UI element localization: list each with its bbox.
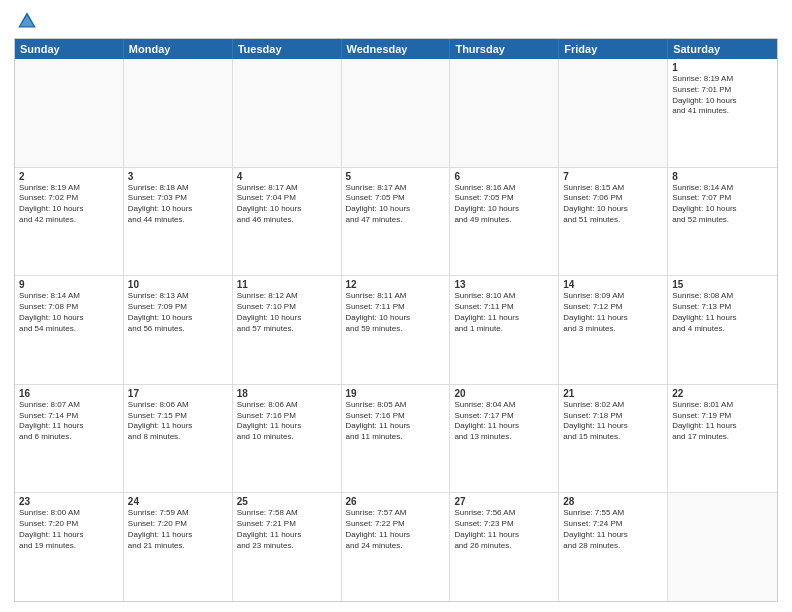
day-info: Sunrise: 8:07 AM Sunset: 7:14 PM Dayligh… (19, 400, 119, 443)
weekday-header: Wednesday (342, 39, 451, 59)
calendar-cell (124, 59, 233, 167)
calendar-cell: 10Sunrise: 8:13 AM Sunset: 7:09 PM Dayli… (124, 276, 233, 384)
calendar-cell: 2Sunrise: 8:19 AM Sunset: 7:02 PM Daylig… (15, 168, 124, 276)
logo-icon (16, 10, 38, 32)
calendar-cell: 20Sunrise: 8:04 AM Sunset: 7:17 PM Dayli… (450, 385, 559, 493)
day-info: Sunrise: 8:17 AM Sunset: 7:05 PM Dayligh… (346, 183, 446, 226)
day-info: Sunrise: 8:00 AM Sunset: 7:20 PM Dayligh… (19, 508, 119, 551)
calendar-cell: 24Sunrise: 7:59 AM Sunset: 7:20 PM Dayli… (124, 493, 233, 601)
day-number: 27 (454, 496, 554, 507)
day-number: 12 (346, 279, 446, 290)
day-number: 11 (237, 279, 337, 290)
day-number: 28 (563, 496, 663, 507)
day-number: 26 (346, 496, 446, 507)
calendar-row: 1Sunrise: 8:19 AM Sunset: 7:01 PM Daylig… (15, 59, 777, 168)
day-info: Sunrise: 8:06 AM Sunset: 7:16 PM Dayligh… (237, 400, 337, 443)
weekday-header: Sunday (15, 39, 124, 59)
page: SundayMondayTuesdayWednesdayThursdayFrid… (0, 0, 792, 612)
day-info: Sunrise: 8:10 AM Sunset: 7:11 PM Dayligh… (454, 291, 554, 334)
calendar-cell: 12Sunrise: 8:11 AM Sunset: 7:11 PM Dayli… (342, 276, 451, 384)
calendar-cell: 5Sunrise: 8:17 AM Sunset: 7:05 PM Daylig… (342, 168, 451, 276)
calendar-cell: 9Sunrise: 8:14 AM Sunset: 7:08 PM Daylig… (15, 276, 124, 384)
day-number: 20 (454, 388, 554, 399)
calendar-cell: 1Sunrise: 8:19 AM Sunset: 7:01 PM Daylig… (668, 59, 777, 167)
calendar-cell: 26Sunrise: 7:57 AM Sunset: 7:22 PM Dayli… (342, 493, 451, 601)
calendar-cell: 17Sunrise: 8:06 AM Sunset: 7:15 PM Dayli… (124, 385, 233, 493)
day-number: 21 (563, 388, 663, 399)
calendar-cell: 8Sunrise: 8:14 AM Sunset: 7:07 PM Daylig… (668, 168, 777, 276)
weekday-header: Monday (124, 39, 233, 59)
calendar-cell: 25Sunrise: 7:58 AM Sunset: 7:21 PM Dayli… (233, 493, 342, 601)
calendar-cell: 15Sunrise: 8:08 AM Sunset: 7:13 PM Dayli… (668, 276, 777, 384)
day-number: 4 (237, 171, 337, 182)
day-number: 3 (128, 171, 228, 182)
day-number: 17 (128, 388, 228, 399)
calendar-cell: 4Sunrise: 8:17 AM Sunset: 7:04 PM Daylig… (233, 168, 342, 276)
day-info: Sunrise: 8:19 AM Sunset: 7:02 PM Dayligh… (19, 183, 119, 226)
weekday-header: Saturday (668, 39, 777, 59)
day-info: Sunrise: 8:12 AM Sunset: 7:10 PM Dayligh… (237, 291, 337, 334)
weekday-header: Thursday (450, 39, 559, 59)
calendar-cell: 13Sunrise: 8:10 AM Sunset: 7:11 PM Dayli… (450, 276, 559, 384)
day-info: Sunrise: 8:15 AM Sunset: 7:06 PM Dayligh… (563, 183, 663, 226)
day-number: 2 (19, 171, 119, 182)
calendar-row: 16Sunrise: 8:07 AM Sunset: 7:14 PM Dayli… (15, 385, 777, 494)
weekday-header: Friday (559, 39, 668, 59)
day-number: 19 (346, 388, 446, 399)
calendar-cell: 6Sunrise: 8:16 AM Sunset: 7:05 PM Daylig… (450, 168, 559, 276)
day-number: 13 (454, 279, 554, 290)
calendar-cell (342, 59, 451, 167)
day-number: 5 (346, 171, 446, 182)
calendar-cell: 18Sunrise: 8:06 AM Sunset: 7:16 PM Dayli… (233, 385, 342, 493)
day-number: 9 (19, 279, 119, 290)
day-info: Sunrise: 8:09 AM Sunset: 7:12 PM Dayligh… (563, 291, 663, 334)
day-number: 22 (672, 388, 773, 399)
calendar-cell: 19Sunrise: 8:05 AM Sunset: 7:16 PM Dayli… (342, 385, 451, 493)
logo (14, 10, 38, 32)
day-info: Sunrise: 8:11 AM Sunset: 7:11 PM Dayligh… (346, 291, 446, 334)
weekday-header: Tuesday (233, 39, 342, 59)
calendar-cell: 28Sunrise: 7:55 AM Sunset: 7:24 PM Dayli… (559, 493, 668, 601)
day-info: Sunrise: 7:55 AM Sunset: 7:24 PM Dayligh… (563, 508, 663, 551)
calendar-cell: 11Sunrise: 8:12 AM Sunset: 7:10 PM Dayli… (233, 276, 342, 384)
day-number: 25 (237, 496, 337, 507)
day-number: 7 (563, 171, 663, 182)
day-info: Sunrise: 8:18 AM Sunset: 7:03 PM Dayligh… (128, 183, 228, 226)
day-info: Sunrise: 8:16 AM Sunset: 7:05 PM Dayligh… (454, 183, 554, 226)
calendar-cell: 22Sunrise: 8:01 AM Sunset: 7:19 PM Dayli… (668, 385, 777, 493)
day-number: 18 (237, 388, 337, 399)
day-info: Sunrise: 7:56 AM Sunset: 7:23 PM Dayligh… (454, 508, 554, 551)
calendar-cell: 27Sunrise: 7:56 AM Sunset: 7:23 PM Dayli… (450, 493, 559, 601)
calendar-cell: 7Sunrise: 8:15 AM Sunset: 7:06 PM Daylig… (559, 168, 668, 276)
day-info: Sunrise: 8:13 AM Sunset: 7:09 PM Dayligh… (128, 291, 228, 334)
calendar-cell: 16Sunrise: 8:07 AM Sunset: 7:14 PM Dayli… (15, 385, 124, 493)
day-info: Sunrise: 7:58 AM Sunset: 7:21 PM Dayligh… (237, 508, 337, 551)
day-info: Sunrise: 8:14 AM Sunset: 7:07 PM Dayligh… (672, 183, 773, 226)
calendar-cell (233, 59, 342, 167)
calendar-cell (559, 59, 668, 167)
calendar-cell: 21Sunrise: 8:02 AM Sunset: 7:18 PM Dayli… (559, 385, 668, 493)
day-number: 6 (454, 171, 554, 182)
day-info: Sunrise: 8:19 AM Sunset: 7:01 PM Dayligh… (672, 74, 773, 117)
calendar-row: 9Sunrise: 8:14 AM Sunset: 7:08 PM Daylig… (15, 276, 777, 385)
day-info: Sunrise: 8:02 AM Sunset: 7:18 PM Dayligh… (563, 400, 663, 443)
day-info: Sunrise: 8:06 AM Sunset: 7:15 PM Dayligh… (128, 400, 228, 443)
header (14, 10, 778, 32)
calendar: SundayMondayTuesdayWednesdayThursdayFrid… (14, 38, 778, 602)
calendar-row: 2Sunrise: 8:19 AM Sunset: 7:02 PM Daylig… (15, 168, 777, 277)
day-number: 23 (19, 496, 119, 507)
calendar-body: 1Sunrise: 8:19 AM Sunset: 7:01 PM Daylig… (15, 59, 777, 601)
calendar-cell (450, 59, 559, 167)
day-info: Sunrise: 7:57 AM Sunset: 7:22 PM Dayligh… (346, 508, 446, 551)
day-number: 14 (563, 279, 663, 290)
calendar-cell: 3Sunrise: 8:18 AM Sunset: 7:03 PM Daylig… (124, 168, 233, 276)
calendar-cell: 23Sunrise: 8:00 AM Sunset: 7:20 PM Dayli… (15, 493, 124, 601)
day-number: 10 (128, 279, 228, 290)
day-info: Sunrise: 7:59 AM Sunset: 7:20 PM Dayligh… (128, 508, 228, 551)
calendar-cell (668, 493, 777, 601)
day-info: Sunrise: 8:04 AM Sunset: 7:17 PM Dayligh… (454, 400, 554, 443)
day-number: 8 (672, 171, 773, 182)
day-number: 15 (672, 279, 773, 290)
calendar-cell: 14Sunrise: 8:09 AM Sunset: 7:12 PM Dayli… (559, 276, 668, 384)
day-number: 1 (672, 62, 773, 73)
